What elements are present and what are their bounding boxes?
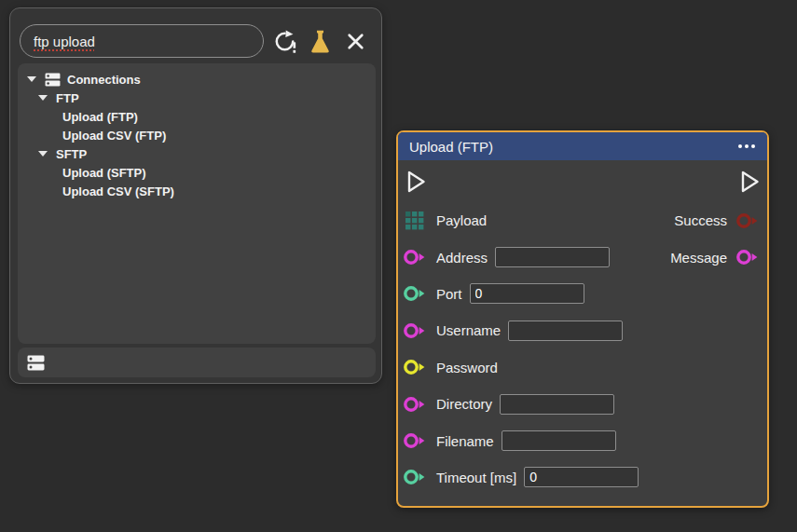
- port-label: Directory: [436, 396, 492, 412]
- palette-footer: [18, 348, 376, 377]
- tree-item-label: Connections: [67, 73, 141, 87]
- flow-in-port[interactable]: [405, 169, 427, 195]
- tree-item-upload-csv-sftp[interactable]: Upload CSV (SFTP): [23, 182, 370, 200]
- node-row-directory: Directory: [398, 386, 767, 422]
- tree-item-upload-csv-ftp[interactable]: Upload CSV (FTP): [23, 126, 370, 144]
- directory-field[interactable]: [500, 394, 614, 415]
- input-port-icon-port[interactable]: [403, 284, 428, 303]
- tree-item-label: Upload (FTP): [62, 110, 138, 124]
- output-label: Success: [674, 212, 727, 228]
- node-palette-panel: ftp upload ConnectionsFTPUpload (FTP)Upl…: [9, 7, 382, 384]
- port-field[interactable]: [470, 283, 584, 304]
- input-port-icon-timeout-ms[interactable]: [403, 468, 428, 486]
- flow-out-port[interactable]: [738, 169, 761, 195]
- search-bar: ftp upload: [20, 24, 372, 58]
- input-port-icon-filename[interactable]: [403, 431, 428, 450]
- timeout-ms-field[interactable]: [524, 467, 639, 487]
- tree-item-upload-sftp[interactable]: Upload (SFTP): [23, 163, 370, 182]
- address-field[interactable]: [495, 247, 610, 267]
- input-port-icon-address[interactable]: [403, 248, 428, 266]
- grid-port-icon-payload[interactable]: [403, 211, 428, 231]
- tree-item-label: Upload (SFTP): [62, 166, 146, 180]
- node-row-address: AddressMessage: [398, 239, 767, 275]
- chevron-down-icon[interactable]: [38, 151, 48, 157]
- node-rows: PayloadSuccess AddressMessage Port Usern…: [398, 202, 767, 496]
- output-group-message: Message: [670, 248, 761, 266]
- output-port-icon-message[interactable]: [735, 248, 761, 266]
- port-label: Address: [436, 250, 488, 266]
- port-label: Password: [436, 360, 498, 375]
- node-row-username: Username: [398, 312, 767, 348]
- input-port-icon-username[interactable]: [403, 321, 428, 340]
- node-title-bar[interactable]: Upload (FTP): [398, 132, 767, 160]
- node-upload-ftp[interactable]: Upload (FTP) PayloadSuccess AddressMessa…: [396, 130, 769, 508]
- output-port-icon-success[interactable]: [735, 211, 761, 230]
- tree-item-ftp[interactable]: FTP: [23, 89, 370, 107]
- username-field[interactable]: [508, 321, 623, 341]
- connection-tree: ConnectionsFTPUpload (FTP)Upload CSV (FT…: [18, 63, 376, 344]
- input-port-icon-directory[interactable]: [403, 395, 428, 414]
- node-row-password: Password: [398, 349, 767, 386]
- output-group-success: Success: [674, 211, 761, 230]
- search-query-text: ftp upload: [34, 34, 95, 49]
- port-label: Payload: [436, 212, 487, 228]
- tree-item-label: FTP: [56, 91, 79, 105]
- chevron-down-icon[interactable]: [27, 76, 36, 82]
- output-label: Message: [670, 250, 727, 266]
- tree-item-label: Upload CSV (FTP): [62, 129, 166, 143]
- server-icon: [45, 73, 61, 87]
- tree-item-sftp[interactable]: SFTP: [23, 144, 370, 163]
- port-label: Username: [436, 322, 501, 338]
- refresh-alert-icon[interactable]: [270, 27, 298, 55]
- input-port-icon-password[interactable]: [403, 358, 428, 376]
- node-title: Upload (FTP): [409, 139, 493, 155]
- node-row-filename: Filename: [398, 422, 767, 458]
- port-label: Timeout [ms]: [436, 470, 516, 485]
- server-icon[interactable]: [27, 355, 45, 371]
- filename-field[interactable]: [502, 430, 616, 451]
- tree-item-upload-ftp[interactable]: Upload (FTP): [23, 107, 370, 126]
- node-row-port: Port: [398, 276, 767, 312]
- node-row-payload: PayloadSuccess: [398, 202, 767, 239]
- port-label: Filename: [436, 433, 494, 449]
- tree-item-label: SFTP: [56, 147, 87, 161]
- flow-port-row: [398, 160, 767, 202]
- search-input[interactable]: ftp upload: [20, 24, 264, 58]
- port-label: Port: [436, 286, 462, 302]
- tree-item-connections[interactable]: Connections: [23, 70, 370, 89]
- close-icon[interactable]: [341, 27, 369, 55]
- chevron-down-icon[interactable]: [38, 95, 48, 101]
- node-row-timeout-ms: Timeout [ms]: [398, 459, 767, 496]
- ellipsis-menu-icon[interactable]: [737, 143, 756, 150]
- tree-item-label: Upload CSV (SFTP): [62, 184, 174, 198]
- flask-icon[interactable]: [306, 27, 334, 55]
